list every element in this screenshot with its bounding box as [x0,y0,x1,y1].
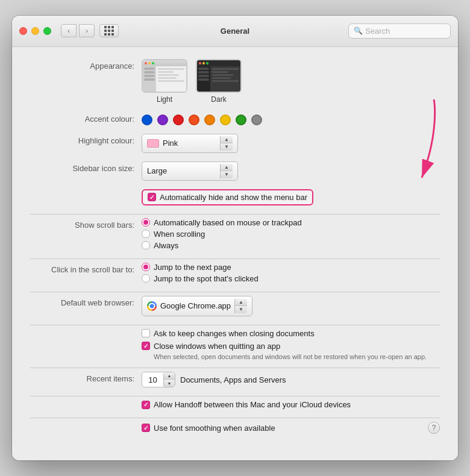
window-title: General [221,27,249,36]
highlight-down-button[interactable]: ▼ [221,143,233,151]
divider-3 [30,292,440,292]
accent-green[interactable] [236,114,246,125]
menu-bar-highlight-row: Automatically hide and show the menu bar [142,189,313,205]
sidebar-size-down-button[interactable]: ▼ [221,171,233,178]
accent-yellow[interactable] [220,114,231,125]
accent-colour-label: Accent colour: [30,112,142,124]
font-smoothing-help-button[interactable]: ? [428,422,440,434]
sidebar-icon-size-value: Large [147,166,218,175]
divider-2 [30,258,440,259]
handoff-row: Allow Handoff between this Mac and your … [30,400,440,409]
click-scroll-bar-controls: Jump to the next page Jump to the spot t… [142,263,440,283]
sidebar-icon-size-row: Sidebar icon size: Large ▲ ▼ [30,161,440,181]
appearance-row: Appearance: [30,59,440,104]
ask-keep-checkbox-row: Ask to keep changes when closing documen… [142,329,315,338]
highlight-colour-stepper[interactable]: ▲ ▼ [220,136,233,151]
menu-bar-checkbox[interactable] [148,193,156,201]
browser-up-button[interactable]: ▲ [235,299,247,306]
default-browser-label: Default web browser: [30,296,142,307]
settings-window: ‹ › General 🔍 Search [12,16,458,460]
divider-4 [30,325,440,325]
accent-blue[interactable] [142,114,152,125]
close-windows-checkbox-row: Close windows when quitting an app [142,342,280,351]
light-mode-thumb[interactable]: Light [142,59,187,104]
appearance-controls: Light [142,59,440,104]
click-next-page-row: Jump to the next page [142,263,258,272]
close-windows-row: Close windows when quitting an app When … [30,342,440,362]
scroll-auto-label: Automatically based on mouse or trackpad [154,218,302,227]
handoff-checkbox[interactable] [142,401,150,409]
recent-items-inline: 10 ▲ ▼ Documents, Apps and Servers [142,372,286,387]
divider-6 [30,396,440,396]
menu-bar-text: Automatically hide and show the menu bar [160,193,307,202]
scroll-when-radio[interactable] [142,230,150,238]
font-smoothing-checkbox[interactable] [142,424,150,432]
close-windows-label [30,342,142,344]
recent-items-value: 10 [142,374,164,386]
font-smoothing-label [30,422,142,424]
show-scroll-bars-row: Show scroll bars: Automatically based on… [30,218,440,250]
sidebar-icon-size-label: Sidebar icon size: [30,161,142,173]
default-browser-dropdown[interactable]: Google Chrome.app ▲ ▼ [142,296,252,316]
recent-items-stepper[interactable]: 10 ▲ ▼ [142,372,175,387]
search-placeholder: Search [365,27,390,36]
back-icon: ‹ [67,27,70,34]
appearance-thumbs: Light [142,59,242,104]
accent-purple[interactable] [157,114,168,125]
click-next-page-radio[interactable] [142,263,150,271]
default-browser-value: Google Chrome.app [160,301,231,310]
ask-keep-row: Ask to keep changes when closing documen… [30,329,440,338]
maximize-button[interactable] [43,27,51,35]
highlight-colour-row: Highlight colour: Pink ▲ ▼ [30,134,440,153]
font-smoothing-inner: Use font smoothing when available ? [142,422,440,434]
back-button[interactable]: ‹ [61,24,77,37]
default-browser-controls: Google Chrome.app ▲ ▼ [142,296,440,316]
ask-keep-label [30,329,142,331]
highlight-colour-dropdown[interactable]: Pink ▲ ▼ [142,134,238,153]
sidebar-icon-size-dropdown[interactable]: Large ▲ ▼ [142,161,238,181]
minimize-button[interactable] [31,27,39,35]
recent-items-down[interactable]: ▼ [164,380,175,387]
appearance-label: Appearance: [30,59,142,70]
handoff-controls: Allow Handoff between this Mac and your … [142,400,440,409]
handoff-label [30,400,142,402]
scroll-auto-radio[interactable] [142,218,150,227]
menu-bar-controls: Automatically hide and show the menu bar [142,189,440,205]
sidebar-size-up-button[interactable]: ▲ [221,164,233,171]
close-button[interactable] [19,27,27,35]
close-windows-controls: Close windows when quitting an app When … [142,342,440,362]
search-box[interactable]: 🔍 Search [348,23,451,39]
show-scroll-bars-controls: Automatically based on mouse or trackpad… [142,218,440,250]
browser-stepper[interactable]: ▲ ▼ [234,299,247,313]
accent-red[interactable] [173,114,184,125]
accent-gray[interactable] [251,114,262,125]
sidebar-size-stepper[interactable]: ▲ ▼ [220,164,233,178]
ask-keep-controls: Ask to keep changes when closing documen… [142,329,440,338]
close-windows-checkbox[interactable] [142,342,150,350]
ask-keep-checkbox[interactable] [142,329,150,337]
click-scroll-bar-row: Click in the scroll bar to: Jump to the … [30,263,440,283]
dark-mode-thumb[interactable]: Dark [196,59,242,104]
ask-keep-text: Ask to keep changes when closing documen… [154,329,315,338]
forward-button[interactable]: › [79,24,95,37]
click-next-page-label: Jump to the next page [154,263,231,272]
font-smoothing-controls: Use font smoothing when available ? [142,422,440,434]
highlight-up-button[interactable]: ▲ [221,136,233,143]
recent-items-up[interactable]: ▲ [164,372,175,380]
browser-down-button[interactable]: ▼ [235,306,247,313]
grid-view-button[interactable] [99,24,119,37]
recent-items-label: Recent items: [30,372,142,383]
accent-yellow-orange[interactable] [204,114,215,125]
scroll-always-radio[interactable] [142,241,150,249]
accent-orange[interactable] [189,114,199,125]
scroll-auto-row: Automatically based on mouse or trackpad [142,218,302,227]
click-spot-label: Jump to the spot that's clicked [154,274,258,283]
light-mode-image [142,59,187,93]
click-scroll-bar-options: Jump to the next page Jump to the spot t… [142,263,258,283]
click-spot-radio[interactable] [142,274,150,283]
highlight-colour-value: Pink [147,139,218,148]
scroll-always-label: Always [154,241,178,250]
divider-5 [30,368,440,368]
titlebar: ‹ › General 🔍 Search [12,16,458,47]
sidebar-icon-size-controls: Large ▲ ▼ [142,161,440,181]
